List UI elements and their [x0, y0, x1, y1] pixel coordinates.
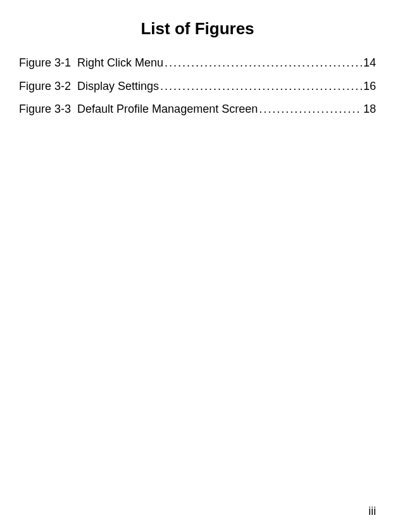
figure-label: Figure 3-1: [19, 56, 77, 70]
figure-page: 16: [362, 80, 376, 94]
figure-page: 18: [362, 103, 376, 117]
figure-row: Figure 3-2 Display Settings ............…: [19, 80, 376, 94]
leader-dots: ........................................…: [163, 56, 362, 70]
figure-list: Figure 3-1 Right Click Menu ............…: [19, 56, 376, 117]
figure-page: 14: [362, 56, 376, 70]
page-title: List of Figures: [19, 19, 376, 39]
figure-label: Figure 3-2: [19, 80, 77, 94]
figure-title: Right Click Menu: [77, 56, 163, 70]
figure-title: Display Settings: [77, 80, 159, 94]
leader-dots: ........................................…: [258, 103, 362, 117]
page-number: iii: [368, 505, 376, 518]
figure-row: Figure 3-3 Default Profile Management Sc…: [19, 103, 376, 117]
figure-label: Figure 3-3: [19, 103, 77, 117]
figure-title: Default Profile Management Screen: [77, 103, 258, 117]
leader-dots: ........................................…: [159, 80, 362, 94]
figure-row: Figure 3-1 Right Click Menu ............…: [19, 56, 376, 70]
